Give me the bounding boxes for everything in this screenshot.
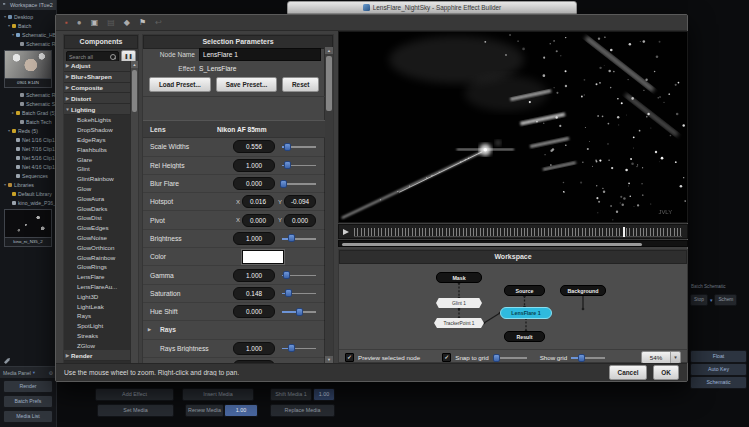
param-value[interactable]: 1.000 — [233, 232, 275, 245]
tree-item-net-5-16-clip1[interactable]: Net 5/16 Clip1 — [0, 153, 56, 162]
save-preset-button[interactable]: Save Preset... — [216, 77, 278, 92]
tree-item-net-1-16-clip1[interactable]: Net 1/16 Clip1 — [0, 135, 56, 144]
lens-model-value[interactable]: Nikon AF 85mm — [217, 126, 325, 133]
batch-button-renew-media[interactable]: Renew Media — [185, 404, 224, 417]
batch-button-insert-media[interactable]: Insert Media — [182, 388, 254, 401]
graph-node-lensflare[interactable]: LensFlare 1 — [500, 307, 552, 319]
component-item-glowdist[interactable]: GlowDist — [64, 213, 131, 223]
scroll-up-icon[interactable]: ▲ — [131, 61, 138, 68]
media-thumbnail[interactable]: 0901 E14N — [4, 50, 52, 88]
save-icon[interactable]: ◆ — [124, 18, 130, 28]
component-item-glint[interactable]: Glint — [64, 164, 131, 174]
graph-node-trackerpoint[interactable]: TrackerPoint 1 — [434, 318, 484, 328]
tree-item-desktop[interactable]: ▾Desktop — [0, 12, 56, 21]
scroll-down-icon[interactable]: ▼ — [325, 356, 333, 363]
snap-to-grid-checkbox[interactable]: ✓ — [442, 353, 451, 362]
node-graph-canvas[interactable]: MaskSourceBackgroundGlint 1LensFlare 1Tr… — [339, 264, 687, 349]
node-name-input[interactable]: LensFlare 1 — [199, 48, 321, 61]
host-button-batch-prefs[interactable]: Batch Prefs — [3, 395, 53, 408]
graph-node-glint[interactable]: Glint 1 — [436, 298, 482, 308]
tree-item-sequences[interactable]: Sequences — [0, 171, 56, 180]
component-item-gloworthicon[interactable]: GlowOrthicon — [64, 242, 131, 252]
host-right-button-schematic[interactable]: Schematic — [690, 376, 747, 389]
component-item-bokehlights[interactable]: BokehLights — [64, 115, 131, 125]
tree-item-net-7-16-clip1[interactable]: Net 7/16 Clip1 — [0, 144, 56, 153]
tree-item-reds-5-[interactable]: ▾Reds (5) — [0, 126, 56, 135]
param-value[interactable]: 1.000 — [233, 342, 275, 355]
scroll-thumb[interactable] — [326, 56, 332, 111]
scroll-up-icon[interactable]: ▲ — [325, 47, 333, 54]
batch-button-add-effect[interactable]: Add Effect — [95, 388, 174, 401]
component-item-glowedges[interactable]: GlowEdges — [64, 223, 131, 233]
slider-handle[interactable] — [285, 289, 292, 297]
zoom-slider[interactable] — [571, 353, 605, 362]
preview-viewport[interactable]: JVLY — [338, 31, 688, 223]
timeline-scrollbar[interactable] — [338, 240, 688, 247]
ok-button[interactable]: OK — [653, 365, 679, 380]
flag-icon[interactable]: ⚑ — [139, 18, 146, 28]
component-item-glow[interactable]: Glow — [64, 184, 131, 194]
component-item-rays[interactable]: Rays — [64, 311, 131, 321]
tree-item-libraries[interactable]: ▾Libraries — [0, 180, 56, 189]
component-item-edgerays[interactable]: EdgeRays — [64, 135, 131, 145]
window-titlebar[interactable]: LensFlare_NightSky - Sapphire Effect Bui… — [287, 1, 577, 14]
node-icon[interactable]: ● — [77, 18, 82, 28]
component-item-streaks[interactable]: Streaks — [64, 331, 131, 341]
graph-node-result[interactable]: Result — [504, 331, 545, 342]
tree-item-kino-wide-p36-[interactable]: kino_wide_P36_ — [0, 198, 56, 207]
tree-item-batch-tech[interactable]: Batch Tech — [0, 117, 56, 126]
gear-icon[interactable]: ⚙ — [49, 370, 53, 376]
component-item-zglow[interactable]: ZGlow — [64, 340, 131, 350]
media-thumbnail[interactable]: kino_ni_N35_2 — [4, 209, 52, 247]
component-item-dropshadow[interactable]: DropShadow — [64, 125, 131, 135]
reset-button[interactable]: Reset — [282, 77, 319, 92]
wrench-icon[interactable] — [4, 358, 10, 364]
host-right-button-float[interactable]: Float — [690, 350, 747, 363]
tree-item-batch-grad-5-[interactable]: ▸Batch Grad (5) — [0, 108, 56, 117]
play-button[interactable] — [343, 229, 349, 235]
color-swatch[interactable] — [242, 250, 284, 264]
tree-item-schematic-r1[interactable]: Schematic R1 — [0, 90, 56, 99]
media-panel-selector[interactable]: Media Panel ▾ ⚙ — [0, 366, 56, 378]
tree-item-schematic-s2[interactable]: Schematic S2 — [0, 99, 56, 108]
host-right-button-auto-key[interactable]: Auto Key — [690, 363, 747, 376]
slider-handle[interactable] — [578, 354, 585, 362]
component-item-flashbulbs[interactable]: Flashbulbs — [64, 144, 131, 154]
section-arrow-icon[interactable]: ▶ — [146, 327, 153, 332]
batch-button-set-media[interactable]: Set Media — [97, 404, 174, 417]
batch-button-1-00[interactable]: 1.00 — [224, 404, 258, 417]
host-workspace-header[interactable]: Workspace ITue2 — [0, 0, 56, 10]
param-value[interactable]: 0.000 — [233, 177, 275, 190]
parameter-slider[interactable] — [282, 161, 316, 170]
parameter-slider[interactable] — [282, 307, 316, 316]
component-item-lensflareau-[interactable]: LensFlareAu... — [64, 282, 131, 292]
param-x-value[interactable]: 0.016 — [242, 195, 274, 208]
component-item-glowrings[interactable]: GlowRings — [64, 262, 131, 272]
slider-handle[interactable] — [493, 354, 500, 362]
slider-handle[interactable] — [288, 344, 295, 352]
new-effect-icon[interactable]: ▪ — [65, 18, 68, 28]
param-y-value[interactable]: 0.000 — [284, 214, 316, 227]
host-button-media-list[interactable]: Media List — [3, 410, 53, 423]
component-category-composite[interactable]: ▶Composite — [64, 83, 131, 94]
param-value[interactable]: 0.000 — [233, 305, 275, 318]
component-item-glowrainbow[interactable]: GlowRainbow — [64, 252, 131, 262]
component-item-glownoise[interactable]: GlowNoise — [64, 233, 131, 243]
component-category-adjust[interactable]: ▶Adjust — [64, 61, 131, 72]
slider-handle[interactable] — [296, 308, 303, 316]
slider-handle[interactable] — [288, 234, 295, 242]
cancel-button[interactable]: Cancel — [609, 365, 647, 380]
preview-selected-checkbox[interactable]: ✓ — [345, 353, 354, 362]
component-category-distort[interactable]: ▶Distort — [64, 93, 131, 104]
param-value[interactable]: 1.000 — [233, 159, 275, 172]
component-item-light3d[interactable]: Light3D — [64, 291, 131, 301]
slider-handle[interactable] — [280, 180, 287, 188]
param-x-value[interactable]: 0.000 — [242, 214, 274, 227]
component-category-lighting[interactable]: ▼Lighting — [64, 104, 131, 115]
component-item-glowaura[interactable]: GlowAura — [64, 193, 131, 203]
tree-item-default-library[interactable]: Default Library — [0, 189, 56, 198]
param-value[interactable]: 1.000 — [233, 269, 275, 282]
parameters-scrollbar[interactable]: ▲ ▼ — [324, 47, 333, 363]
parameter-slider[interactable] — [282, 289, 316, 298]
batch-button-replace-media[interactable]: Replace Media — [270, 404, 335, 417]
